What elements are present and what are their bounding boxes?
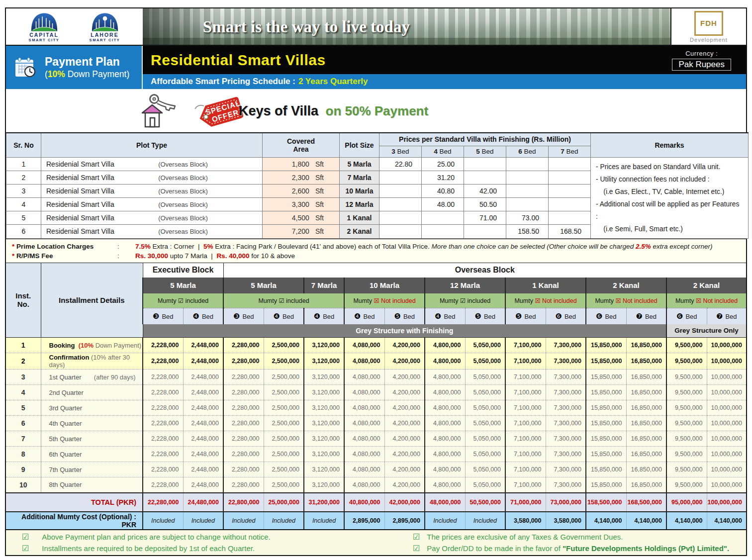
price-cell (422, 211, 464, 225)
installment-value: 2,448,000 (183, 385, 223, 400)
lahore-logo-line2: SMART CITY (90, 38, 120, 42)
payment-plan-title: Payment Plan (45, 55, 129, 69)
installment-value: 7,100,000 (505, 447, 546, 462)
bed-word: Bed (645, 313, 657, 320)
mumty-status-cell: Mumty ☒ Not included (586, 293, 666, 308)
circled-number-icon: ❹ (192, 312, 199, 320)
installment-value: 4,080,000 (344, 385, 384, 400)
price-cell (379, 197, 422, 211)
offer-band: SPECIAL OFFER Keys of Villa on 50% Payme… (6, 89, 746, 132)
installment-value: 2,500,000 (264, 385, 304, 400)
covered-area-cell: 4,500Sft (263, 211, 340, 225)
crossed-box-icon: ☒ (535, 297, 540, 304)
installment-value: 15,850,000 (586, 370, 626, 385)
installment-value: 2,500,000 (264, 400, 304, 416)
price-cell (506, 197, 549, 211)
bed-word: Bed (363, 313, 375, 320)
prime-location-body: 7.5% Extra : Corner | 5% Extra : Facing … (135, 242, 746, 251)
installment-label: 6th Quarter (41, 447, 143, 462)
footer-note-1-text: Above Payment plan and prices are subjec… (42, 533, 270, 541)
installment-value: 4,800,000 (425, 385, 465, 400)
mumty-state: Not included (379, 297, 416, 304)
offer-text: Keys of Villa on 50% Payment (239, 103, 428, 118)
installment-value: 4,200,000 (384, 462, 425, 477)
checked-box-icon: ☑ (460, 297, 466, 304)
footer-note-4-bold: "Future Developments Holdings (Pvt) Limi… (563, 544, 729, 553)
note-segment: upto 7 Marla | (168, 252, 216, 260)
footer-note-2: ☑ Installments are required to be deposi… (22, 544, 409, 553)
overseas-block-header: Overseas Block (223, 263, 746, 278)
installment-value: 5,050,000 (465, 400, 505, 416)
installment-value: 5,050,000 (465, 416, 505, 431)
plot-type-cell: Residenial Smart Villa(Overseas Block) (41, 184, 263, 197)
note-segment: Rs. 40,000 (216, 252, 249, 260)
installment-row: 86th Quarter2,228,0002,448,0002,280,0002… (6, 447, 746, 462)
city-banner-image: Smart is the way to live today (143, 8, 670, 45)
installment-details-header: Installment Details (41, 263, 143, 338)
installment-value: 7,100,000 (505, 385, 546, 400)
covered-area-wrap: 4,500Sft (263, 214, 339, 222)
size-group-header: 12 Marla (425, 278, 505, 293)
label-segment: (10% (79, 342, 94, 349)
installment-no: 2 (6, 353, 41, 370)
installment-no: 9 (6, 462, 41, 477)
bed-column-header: ❸Bed (223, 308, 264, 324)
checked-box-icon: ☑ (279, 297, 284, 304)
bed-column-header: ❹Bed (304, 308, 344, 324)
footer-note-2-text: Installments are required to be deposite… (42, 544, 255, 553)
installment-value: 2,228,000 (143, 447, 183, 462)
crossed-box-icon: ☒ (615, 297, 621, 304)
price-cell: 71.00 (464, 211, 506, 225)
installment-value: 4,200,000 (384, 477, 425, 493)
mumty-word: Mumty (258, 297, 279, 304)
plot-name: Residenial Smart Villa (46, 187, 158, 195)
installment-value: 7,100,000 (505, 370, 546, 385)
installment-no: 1 (6, 338, 41, 353)
installment-value: 4,080,000 (344, 353, 384, 370)
fdh-logo-mark: FDH (694, 11, 723, 36)
bed-word: Bed (524, 313, 536, 320)
bed-word: Bed (484, 313, 495, 320)
mumty-cost-value: Included (183, 512, 223, 529)
installment-value: 4,080,000 (344, 431, 384, 447)
installment-row: 1Booking (10% Down Payment)2,228,0002,44… (6, 338, 746, 353)
currency-value: Pak Rupees (672, 59, 731, 71)
bed-column-header: ❹Bed (264, 308, 304, 324)
installment-value: 9,500,000 (666, 385, 707, 400)
price-cell (549, 197, 591, 211)
covered-area-cell: 2,300Sft (263, 171, 340, 184)
installment-value: 5,050,000 (465, 447, 505, 462)
bed-column-header: ❻Bed (586, 308, 626, 324)
house-key-icon (139, 93, 182, 129)
col-header-covered-area: Covered Area (263, 133, 340, 157)
col-header-plot-type: Plot Type (41, 133, 263, 157)
installment-value: 5,050,000 (465, 338, 505, 353)
label-segment: 7th Quarter (49, 466, 82, 473)
installment-value: 2,448,000 (183, 447, 223, 462)
mumty-state: included (466, 297, 490, 304)
installment-value: 4,080,000 (344, 400, 384, 416)
footer-left-column: ☑ Above Payment plan and prices are subj… (6, 530, 409, 555)
checked-box-icon: ☑ (178, 297, 184, 304)
mumty-status-cell: Mumty ☒ Not included (505, 293, 586, 308)
installment-value: 9,500,000 (666, 431, 707, 447)
installment-value: 4,080,000 (344, 370, 384, 385)
schedule-bar: Affordable Smart Pricing Schedule : 2 Ye… (143, 74, 746, 89)
footer-notes: ☑ Above Payment plan and prices are subj… (6, 529, 746, 555)
executive-block-header: Executive Block (143, 263, 223, 278)
price-cell: 40.80 (422, 184, 464, 197)
installment-no: 10 (6, 477, 41, 493)
plot-type-cell: Residenial Smart Villa(Overseas Block) (41, 171, 263, 184)
bed-word: Bed (605, 313, 616, 320)
mumty-status-cell: Mumty ☒ Not included (344, 293, 425, 308)
price-table-row: 1Residenial Smart Villa(Overseas Block)1… (6, 157, 749, 171)
bed-word: Bed (282, 313, 294, 320)
installment-value: 4,800,000 (425, 416, 465, 431)
installment-value: 7,100,000 (505, 462, 546, 477)
installment-value: 2,228,000 (143, 400, 183, 416)
mumty-state: included (184, 297, 208, 304)
installment-label: 5th Quarter (41, 431, 143, 447)
note-segment: Extra : Corner | (151, 243, 203, 250)
bed-count-header: 3 Bed (379, 146, 422, 157)
label-segment: 6th Quarter (49, 451, 82, 458)
